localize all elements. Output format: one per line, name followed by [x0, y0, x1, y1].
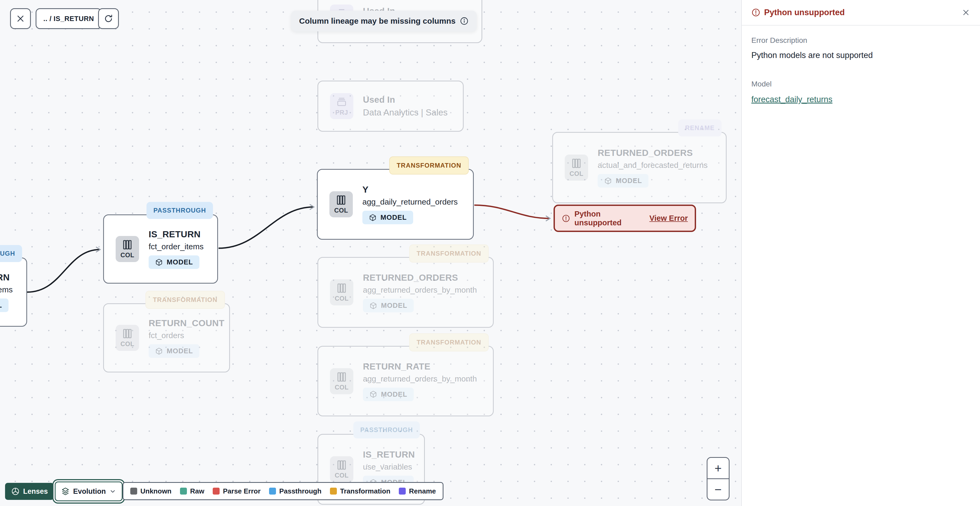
breadcrumb-label: .. / IS_RETURN	[43, 14, 94, 23]
model-link[interactable]: forecast_daily_returns	[751, 95, 832, 104]
node-title: Y	[363, 184, 458, 195]
error-description-label: Error Description	[751, 36, 970, 45]
columns-icon	[336, 460, 347, 471]
edge-y-to-error	[474, 205, 550, 219]
node-used-in-sales[interactable]: PRJ Used In Data Analytics | Sales	[317, 81, 464, 132]
legend-item-rename: Rename	[399, 487, 436, 495]
banner-text: Column lineage may be missing columns	[299, 16, 455, 26]
view-error-link[interactable]: View Error	[649, 214, 688, 223]
legend-label: Parse Error	[223, 487, 261, 495]
columns-icon	[336, 283, 347, 294]
col-chip: COL	[330, 279, 353, 305]
model-chip-label: MODEL	[167, 347, 193, 355]
node-is-return-partial[interactable]: PASSTHROUGH COL IS_RETURN fct_order_item…	[0, 257, 27, 327]
chip-label: COL	[335, 295, 348, 302]
model-chip-label: MODEL	[167, 258, 193, 266]
legend-label: Rename	[409, 487, 436, 495]
node-y-agg-daily[interactable]: TRANSFORMATION COL Y agg_daily_returned_…	[317, 169, 474, 240]
legend-swatch	[330, 488, 337, 495]
error-description-value: Python models are not supported	[751, 51, 970, 60]
legend-label: Raw	[190, 487, 204, 495]
model-chip: MODEL	[363, 388, 414, 401]
cube-icon	[369, 214, 377, 222]
node-is-return[interactable]: PASSTHROUGH COL IS_RETURN fct_order_item…	[103, 214, 218, 284]
node-title: Used In	[363, 95, 448, 105]
refresh-button[interactable]	[98, 8, 119, 29]
badge-transformation: TRANSFORMATION	[145, 291, 225, 309]
zoom-in-button[interactable]: +	[708, 458, 729, 478]
lens-aperture-icon	[11, 487, 20, 496]
close-lineage-button[interactable]	[10, 8, 31, 29]
cube-icon	[155, 258, 163, 266]
cube-icon	[369, 390, 377, 398]
edge-isreturn-to-y	[218, 207, 314, 248]
cube-icon	[155, 347, 163, 355]
model-chip: MODEL	[0, 298, 8, 312]
chip-label: PRJ	[335, 109, 348, 116]
chip-label: COL	[334, 207, 348, 214]
col-chip: COL	[116, 236, 139, 262]
columns-icon	[336, 371, 347, 383]
close-icon	[16, 14, 25, 23]
columns-icon	[571, 158, 582, 169]
model-label: Model	[751, 80, 970, 88]
badge-passthrough: PASSTHROUGH	[353, 421, 420, 439]
node-subtitle: fct_order_items	[0, 285, 13, 294]
badge-passthrough: PASSTHROUGH	[146, 202, 213, 219]
alert-circle-icon	[751, 8, 760, 17]
legend-item-passthrough: Passthrough	[269, 487, 321, 495]
node-title: IS_RETURN	[0, 272, 13, 283]
chip-label: COL	[570, 170, 583, 177]
chip-label: COL	[121, 340, 134, 348]
panel-header: Python unsupported	[742, 0, 980, 26]
breadcrumb[interactable]: .. / IS_RETURN	[36, 8, 102, 29]
node-subtitle: agg_returned_orders_by_month	[363, 286, 477, 295]
lenses-button[interactable]: Lenses	[5, 483, 54, 500]
error-node-python-unsupported[interactable]: Python unsupported View Error	[554, 204, 696, 232]
lineage-warning-banner: Column lineage may be missing columns	[291, 11, 477, 31]
lineage-canvas[interactable]: PRJ Used In Data Analytics | Marketing P…	[0, 0, 741, 506]
layers-icon	[61, 487, 70, 496]
lens-selected-label: Evolution	[73, 487, 106, 496]
model-chip-label: MODEL	[380, 213, 407, 222]
zoom-controls: + −	[707, 457, 730, 500]
model-chip-label: MODEL	[0, 301, 2, 310]
legend-swatch	[130, 488, 137, 495]
model-chip: MODEL	[149, 344, 199, 358]
model-chip: MODEL	[598, 174, 649, 188]
refresh-icon	[103, 14, 113, 24]
badge-transformation: TRANSFORMATION	[409, 244, 489, 263]
col-chip: COL	[116, 325, 139, 351]
badge-transformation: TRANSFORMATION	[409, 334, 489, 351]
project-icon	[336, 96, 347, 108]
legend-item-raw: Raw	[180, 487, 204, 495]
col-chip: COL	[330, 456, 353, 482]
node-subtitle: agg_returned_orders_by_month	[363, 374, 477, 383]
node-return-count[interactable]: TRANSFORMATION COL RETURN_COUNT fct_orde…	[103, 303, 230, 372]
node-subtitle: actual_and_forecasted_returns	[598, 161, 708, 170]
edge-left-to-isreturn	[27, 249, 100, 292]
alert-circle-icon	[562, 213, 570, 223]
node-title: RETURNED_ORDERS	[363, 273, 477, 283]
lenses-label: Lenses	[23, 487, 48, 496]
legend-swatch	[213, 488, 220, 495]
model-chip-label: MODEL	[381, 390, 407, 399]
node-returned-orders-rename[interactable]: RENAME COL RETURNED_ORDERS actual_and_fo…	[552, 132, 727, 203]
lens-select-evolution[interactable]: Evolution	[55, 482, 123, 501]
legend-item-parse-error: Parse Error	[213, 487, 261, 495]
node-return-rate[interactable]: TRANSFORMATION COL RETURN_RATE agg_retur…	[317, 346, 494, 417]
node-subtitle: fct_order_items	[149, 242, 204, 251]
legend-swatch	[399, 488, 406, 495]
close-icon[interactable]	[961, 8, 970, 17]
panel-title: Python unsupported	[764, 8, 958, 17]
cube-icon	[369, 302, 377, 310]
legend-label: Passthrough	[279, 487, 321, 495]
zoom-out-button[interactable]: −	[708, 478, 729, 500]
cube-icon	[604, 177, 612, 185]
panel-body: Error Description Python models are not …	[742, 26, 980, 115]
node-title: IS_RETURN	[149, 229, 204, 239]
info-icon[interactable]	[460, 16, 469, 26]
chip-label: COL	[121, 251, 134, 259]
node-returned-orders[interactable]: TRANSFORMATION COL RETURNED_ORDERS agg_r…	[317, 257, 494, 328]
columns-icon	[122, 239, 133, 251]
